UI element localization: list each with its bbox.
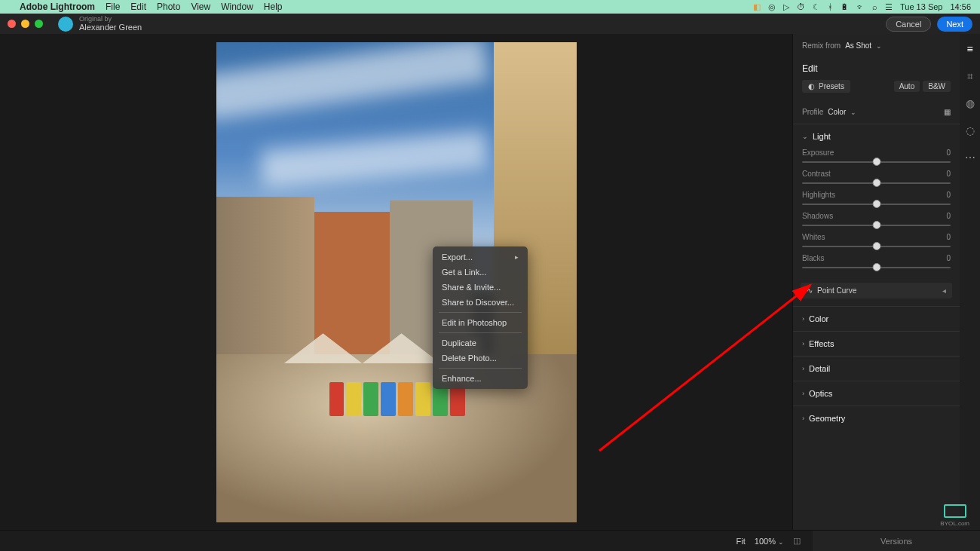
ctx-delete-photo-[interactable]: Delete Photo...	[433, 350, 528, 366]
slider-exposure[interactable]	[802, 161, 951, 163]
auto-button[interactable]: Auto	[894, 81, 920, 92]
chevron-right-icon: ›	[802, 390, 804, 397]
slider-blacks[interactable]	[802, 267, 951, 268]
section-optics[interactable]: ›Optics	[793, 381, 960, 406]
minimize-window[interactable]	[21, 20, 29, 28]
ctx-export-[interactable]: Export...▸	[433, 249, 528, 265]
next-button[interactable]: Next	[937, 17, 972, 32]
fit-label[interactable]: Fit	[737, 537, 746, 546]
versions-bar[interactable]: Versions	[813, 530, 980, 551]
wifi-icon[interactable]: ᯤ	[856, 2, 865, 11]
section-light[interactable]: ⌄ Light	[793, 124, 960, 148]
close-window[interactable]	[8, 20, 16, 28]
context-menu: Export...▸Get a Link...Share & Invite...…	[433, 246, 528, 389]
avatar[interactable]	[58, 17, 73, 32]
section-geometry[interactable]: ›Geometry	[793, 406, 960, 430]
bluetooth-icon[interactable]: ᚼ	[828, 2, 833, 11]
tool-rail: ≡ ⌗ ◍ ◌ ⋯	[960, 34, 980, 530]
chevron-right-icon: ›	[802, 365, 804, 372]
chevron-down-icon: ⌄	[802, 133, 808, 140]
ctx-share-to-discover-[interactable]: Share to Discover...	[433, 295, 528, 310]
profile-label: Profile	[802, 108, 823, 116]
ctx-duplicate[interactable]: Duplicate	[433, 335, 528, 350]
status-icon[interactable]: ⏱	[797, 2, 805, 11]
slider-label: Whites	[802, 233, 825, 241]
chevron-right-icon: ›	[802, 340, 804, 347]
ctx-edit-in-photoshop[interactable]: Edit in Photoshop	[433, 315, 528, 330]
menu-edit[interactable]: Edit	[130, 2, 146, 12]
slider-shadows[interactable]	[802, 225, 951, 226]
mask-icon[interactable]: ◌	[964, 124, 976, 136]
slider-label: Highlights	[802, 191, 835, 199]
author-name: Alexander Green	[79, 23, 142, 32]
profile-grid-icon[interactable]: ▦	[944, 108, 951, 116]
search-icon[interactable]: ⌕	[872, 2, 877, 11]
chevron-right-icon: ▸	[515, 253, 519, 261]
menu-view[interactable]: View	[191, 2, 210, 12]
bottom-bar: Fit 100% ⌄ ◫	[0, 530, 813, 551]
chevron-left-icon: ◂	[942, 286, 946, 295]
app-name[interactable]: Adobe Lightroom	[20, 2, 95, 12]
ctx-get-a-link-[interactable]: Get a Link...	[433, 265, 528, 280]
menu-file[interactable]: File	[106, 2, 120, 12]
menubar-time[interactable]: 14:56	[950, 2, 971, 11]
menu-window[interactable]: Window	[221, 2, 253, 12]
remix-value: As Shot	[845, 41, 871, 50]
curve-icon: ∿	[807, 286, 813, 295]
slider-value: 0	[946, 212, 951, 220]
point-curve-button[interactable]: ∿ Point Curve ◂	[801, 283, 952, 298]
status-icon[interactable]: ◧	[753, 2, 761, 12]
slider-label: Contrast	[802, 170, 831, 178]
zoom-value[interactable]: 100% ⌄	[755, 537, 784, 546]
cancel-button[interactable]: Cancel	[886, 17, 931, 32]
bw-button[interactable]: B&W	[923, 81, 951, 92]
slider-contrast[interactable]	[802, 182, 951, 184]
presets-button[interactable]: ◐ Presets	[802, 80, 850, 93]
crop-icon[interactable]: ⌗	[964, 70, 976, 82]
menu-photo[interactable]: Photo	[157, 2, 180, 12]
maximize-window[interactable]	[35, 20, 43, 28]
status-icon[interactable]: ▷	[783, 2, 789, 12]
mac-menubar: Adobe Lightroom File Edit Photo View Win…	[0, 0, 980, 14]
section-detail[interactable]: ›Detail	[793, 357, 960, 381]
watermark: BYOL.com	[940, 504, 969, 527]
slider-label: Blacks	[802, 254, 824, 262]
original-by-label: Original by	[79, 16, 142, 23]
canvas-area[interactable]	[0, 34, 792, 530]
battery-icon[interactable]: 🔋︎	[841, 2, 849, 11]
moon-icon[interactable]: ☾	[813, 2, 820, 12]
slider-label: Exposure	[802, 148, 834, 157]
edit-panel: Remix from As Shot ⌄ Edit ◐ Presets Auto…	[792, 34, 960, 530]
heal-icon[interactable]: ◍	[964, 97, 976, 109]
section-effects[interactable]: ›Effects	[793, 332, 960, 356]
ctx-share-invite-[interactable]: Share & Invite...	[433, 280, 528, 295]
chevron-right-icon: ›	[802, 415, 804, 422]
slider-value: 0	[946, 254, 951, 262]
chevron-right-icon: ›	[802, 315, 804, 323]
remix-row[interactable]: Remix from As Shot ⌄	[793, 34, 960, 57]
slider-whites[interactable]	[802, 246, 951, 247]
app-titlebar: Original by Alexander Green Cancel Next	[0, 14, 980, 34]
presets-icon: ◐	[808, 82, 815, 90]
slider-label: Shadows	[802, 212, 833, 220]
profile-row[interactable]: Profile Color ⌄ ▦	[793, 100, 960, 124]
adjust-icon[interactable]: ≡	[964, 43, 976, 55]
chevron-down-icon: ⌄	[876, 42, 882, 50]
slider-value: 0	[946, 233, 951, 241]
status-icon[interactable]: ◎	[768, 2, 776, 12]
window-controls	[8, 20, 43, 28]
title-info: Original by Alexander Green	[79, 16, 142, 32]
menubar-date[interactable]: Tue 13 Sep	[900, 2, 942, 11]
chevron-down-icon: ⌄	[850, 109, 856, 116]
menu-help[interactable]: Help	[264, 2, 283, 12]
compare-icon[interactable]: ◫	[793, 536, 801, 546]
slider-value: 0	[946, 170, 951, 178]
control-center-icon[interactable]: ☰	[885, 2, 893, 12]
remix-label: Remix from	[802, 41, 841, 50]
edit-header: Edit	[793, 57, 960, 78]
slider-highlights[interactable]	[802, 204, 951, 205]
slider-value: 0	[946, 148, 951, 157]
more-icon[interactable]: ⋯	[964, 152, 976, 164]
ctx-enhance-[interactable]: Enhance...	[433, 371, 528, 386]
section-color[interactable]: ›Color	[793, 307, 960, 331]
